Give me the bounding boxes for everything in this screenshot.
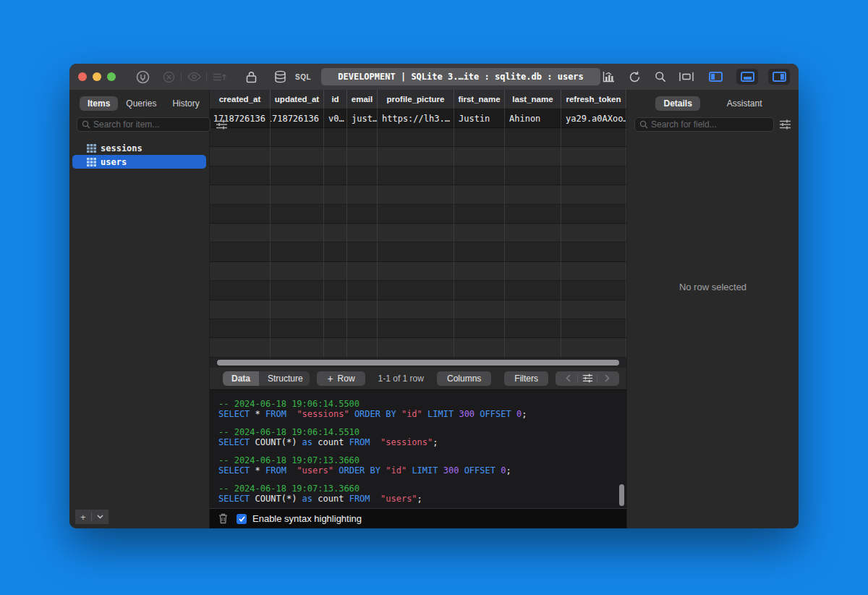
empty-cell [210,205,271,224]
data-grid-section: created_atupdated_atidemailprofile_pictu… [210,90,626,528]
cell-last_name[interactable]: Ahinon [505,109,561,128]
cell-updated_at[interactable]: 1718726136 [271,109,324,128]
empty-cell [454,224,505,242]
filters-button[interactable]: Filters [504,371,548,386]
fit-columns-icon[interactable] [678,69,694,85]
sidebar-item-users[interactable]: users [72,155,206,169]
horizontal-scrollbar[interactable] [210,358,626,368]
sql-log[interactable]: -- 2024-06-18 19:06:14.5500SELECT * FROM… [210,389,626,508]
previous-page-button[interactable] [558,374,577,382]
empty-cell [454,319,505,338]
sql-log-entry: -- 2024-06-18 19:06:14.5510SELECT COUNT(… [218,427,626,447]
empty-cell [271,224,324,242]
empty-cell [454,147,505,166]
sidebar-tabs: ItemsQueriesHistory [69,90,209,111]
empty-cell [324,300,347,319]
connection-icon[interactable] [135,69,150,85]
no-row-selected-message: No row selected [627,282,799,292]
pending-changes-icon [211,69,227,85]
column-header-first_name[interactable]: first_name [454,90,505,109]
field-search-input[interactable] [651,119,769,130]
empty-cell [347,166,378,185]
database-icon[interactable] [272,69,288,85]
empty-cell [561,185,626,204]
empty-cell [505,338,561,357]
grid-rows: 17187261361718726136v0…just…https://lh3.… [210,109,626,358]
horizontal-scrollbar-thumb[interactable] [217,360,619,366]
field-search[interactable] [634,117,774,132]
empty-cell [324,147,347,166]
sidebar-filter-icon[interactable] [216,119,228,130]
empty-cell [347,185,378,204]
empty-cell [210,319,271,338]
field-filter-icon[interactable] [779,119,791,130]
view-tab-structure[interactable]: Structure [259,371,310,386]
refresh-icon[interactable] [626,69,642,85]
sidebar-item-sessions[interactable]: sessions [72,141,206,155]
close-window-button[interactable] [78,72,87,81]
column-header-id[interactable]: id [324,90,347,109]
column-header-updated_at[interactable]: updated_at [271,90,324,109]
sql-editor-button[interactable]: SQL [295,73,311,81]
syntax-highlighting-toggle[interactable]: Enable syntax highlighting [237,513,362,524]
next-page-button[interactable] [597,374,616,382]
toggle-bottom-panel-button[interactable] [736,69,758,85]
table-row[interactable]: 17187261361718726136v0…just…https://lh3.… [210,109,626,128]
empty-cell [271,128,324,147]
sidebar-search-input[interactable] [93,119,205,130]
vertical-scrollbar-thumb[interactable] [619,484,624,506]
tab-assistant[interactable]: Assistant [719,96,770,111]
empty-cell [347,262,378,281]
cell-email[interactable]: just… [347,109,378,128]
minimize-window-button[interactable] [93,72,101,81]
toggle-left-panel-button[interactable] [705,69,726,85]
tab-details[interactable]: Details [655,96,699,111]
search-icon[interactable] [652,69,668,85]
sql-comment: -- 2024-06-18 19:06:14.5510 [218,427,626,437]
column-header-last_name[interactable]: last_name [505,90,561,109]
cell-first_name[interactable]: Justin [454,109,505,128]
empty-cell [378,205,454,224]
empty-cell [505,205,561,224]
cell-profile_picture[interactable]: https://lh3.… [378,109,454,128]
column-header-refresh_token[interactable]: refresh_token [561,90,626,109]
clear-log-trash-icon[interactable] [218,513,228,524]
add-item-button[interactable]: + [75,510,91,524]
columns-button[interactable]: Columns [437,371,491,386]
zoom-window-button[interactable] [107,72,116,81]
sql-query: SELECT * FROM "sessions" ORDER BY "id" L… [218,409,626,419]
chart-icon[interactable] [600,69,616,85]
cell-id[interactable]: v0… [324,109,347,128]
column-header-email[interactable]: email [347,90,378,109]
add-row-label: Row [338,374,355,384]
view-tab-data[interactable]: Data [223,371,259,386]
empty-cell [561,300,626,319]
empty-cell [378,166,454,185]
cell-refresh_token[interactable]: ya29.a0AXoo… [561,109,626,128]
empty-cell [210,281,271,300]
empty-row [210,319,626,338]
empty-cell [324,319,347,338]
lock-icon[interactable] [243,69,259,85]
column-header-created_at[interactable]: created_at [210,90,271,109]
empty-cell [561,224,626,242]
empty-cell [271,185,324,204]
checkbox-checked-icon[interactable] [237,514,247,524]
tab-history[interactable]: History [164,96,207,111]
tab-queries[interactable]: Queries [118,96,164,111]
empty-cell [561,262,626,281]
add-row-button[interactable]: + Row [317,371,365,386]
toolbar-divider [206,72,207,82]
bottom-panel-icon [741,72,754,82]
empty-cell [378,242,454,261]
empty-cell [505,300,561,319]
page-settings-icon[interactable] [578,374,597,383]
column-header-profile_picture[interactable]: profile_picture [378,90,454,109]
details-tabs: DetailsAssistant [627,90,799,111]
add-item-menu-button[interactable] [92,510,109,524]
empty-cell [561,166,626,185]
toggle-right-panel-button[interactable] [768,69,790,85]
sidebar-search[interactable] [77,117,210,132]
empty-cell [378,281,454,300]
tab-items[interactable]: Items [80,96,118,111]
